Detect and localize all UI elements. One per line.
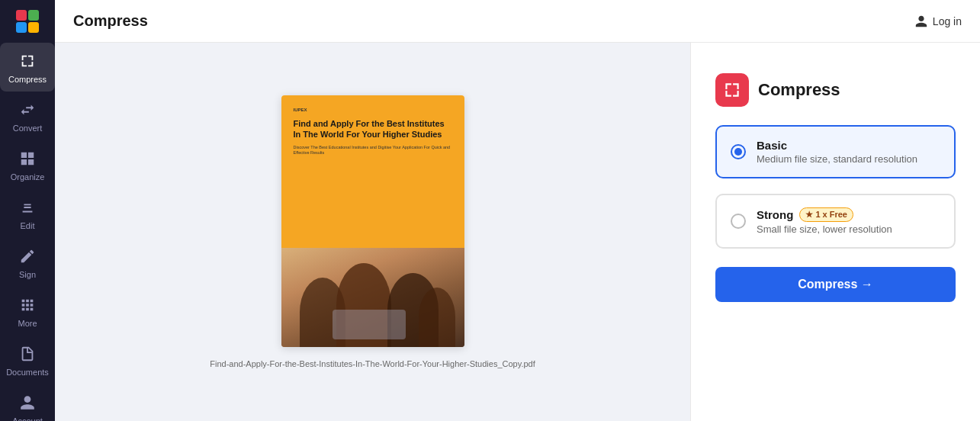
page-title: Compress xyxy=(73,12,148,30)
radio-basic[interactable] xyxy=(731,144,746,159)
sidebar-item-organize[interactable]: Organize xyxy=(0,140,55,189)
sidebar-item-sign-label: Sign xyxy=(19,270,36,279)
sidebar-item-compress[interactable]: Compress xyxy=(0,43,55,92)
option-basic-desc: Medium file size, standard resolution xyxy=(757,153,917,165)
sidebar-item-convert-label: Convert xyxy=(13,124,43,133)
account-icon xyxy=(17,392,38,413)
main-content: Compress Log in IUPEX Find and Apply For… xyxy=(55,0,980,421)
pdf-cover-image xyxy=(281,248,464,347)
compress-button[interactable]: Compress → xyxy=(715,267,956,302)
documents-icon xyxy=(17,343,38,365)
sidebar-item-more[interactable]: More xyxy=(0,287,55,336)
option-basic-name: Basic xyxy=(757,139,917,152)
preview-area: IUPEX Find and Apply For the Best Instit… xyxy=(55,43,690,421)
sidebar-item-more-label: More xyxy=(18,319,37,328)
login-label: Log in xyxy=(933,15,962,27)
compress-panel-icon xyxy=(715,73,749,107)
sidebar-item-account-label: Account xyxy=(12,416,43,421)
sidebar-nav: Compress Convert Organize xyxy=(0,43,55,336)
sidebar-bottom: Documents Account xyxy=(0,336,55,421)
sidebar-item-compress-label: Compress xyxy=(8,75,47,84)
app-logo xyxy=(0,0,55,43)
radio-strong[interactable] xyxy=(731,214,746,229)
pdf-preview: IUPEX Find and Apply For the Best Instit… xyxy=(281,95,464,347)
compress-icon xyxy=(17,50,38,72)
sidebar-item-sign[interactable]: Sign xyxy=(0,238,55,287)
edit-icon xyxy=(17,197,38,218)
sidebar: Compress Convert Organize xyxy=(0,0,55,421)
pdf-cover-title: Find and Apply For the Best Institutes I… xyxy=(294,118,452,140)
radio-basic-inner xyxy=(734,148,742,156)
sidebar-item-account[interactable]: Account xyxy=(0,384,55,421)
option-basic[interactable]: Basic Medium file size, standard resolut… xyxy=(715,125,956,178)
option-strong-name: Strong ★ 1 x Free xyxy=(757,207,892,222)
sidebar-item-convert[interactable]: Convert xyxy=(0,92,55,140)
organize-icon xyxy=(17,148,38,169)
right-panel: Compress Basic Medium file size, standar… xyxy=(690,43,980,421)
sidebar-item-documents-label: Documents xyxy=(6,368,49,377)
sidebar-item-documents[interactable]: Documents xyxy=(0,336,55,384)
option-basic-text: Basic Medium file size, standard resolut… xyxy=(757,139,917,165)
content-area: IUPEX Find and Apply For the Best Instit… xyxy=(55,43,980,421)
convert-icon xyxy=(17,99,38,121)
sign-icon xyxy=(17,246,38,267)
strong-badge: ★ 1 x Free xyxy=(799,207,853,222)
sidebar-item-edit[interactable]: Edit xyxy=(0,189,55,238)
option-strong[interactable]: Strong ★ 1 x Free Small file size, lower… xyxy=(715,194,956,249)
sidebar-item-organize-label: Organize xyxy=(11,172,45,182)
sidebar-item-edit-label: Edit xyxy=(21,221,35,230)
user-icon xyxy=(914,14,928,28)
panel-title: Compress xyxy=(758,80,840,100)
panel-header: Compress xyxy=(715,73,956,107)
more-icon xyxy=(17,294,38,316)
pdf-cover-subtitle: Discover The Best Educational Institutes… xyxy=(294,145,452,156)
login-button[interactable]: Log in xyxy=(914,14,962,28)
pdf-cover-header: IUPEX xyxy=(294,108,452,112)
header: Compress Log in xyxy=(55,0,980,43)
pdf-filename: Find-and-Apply-For-the-Best-Institutes-I… xyxy=(210,359,535,368)
option-strong-text: Strong ★ 1 x Free Small file size, lower… xyxy=(757,207,892,235)
option-strong-desc: Small file size, lower resolution xyxy=(757,223,892,235)
